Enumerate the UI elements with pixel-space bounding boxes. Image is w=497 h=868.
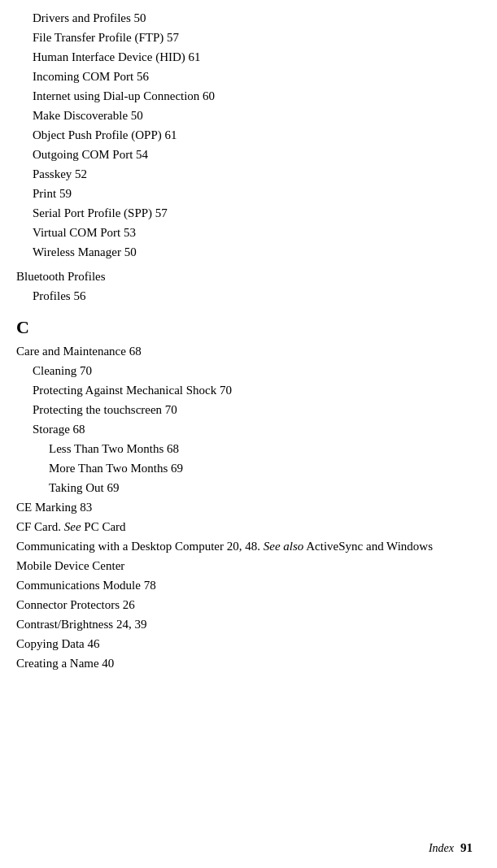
list-item: CE Marking 83 [16,497,473,517]
list-item: Print 59 [16,184,473,203]
list-item: Creating a Name 40 [16,653,473,673]
list-item: Serial Port Profile (SPP) 57 [16,203,473,223]
footer-page-number: 91 [460,841,473,855]
list-item: Virtual COM Port 53 [16,223,473,242]
list-item: Make Discoverable 50 [16,106,473,125]
bluetooth-profiles-section: Bluetooth Profiles Profiles 56 [16,267,473,306]
page-content: Drivers and Profiles 50 File Transfer Pr… [0,0,497,727]
list-item: Passkey 52 [16,164,473,184]
list-item: Protecting Against Mechanical Shock 70 [16,380,473,400]
list-item: Care and Maintenance 68 [16,341,473,361]
list-item: Storage 68 [16,419,473,439]
list-item: Profiles 56 [16,286,473,306]
list-item: Wireless Manager 50 [16,242,473,262]
list-item: Connector Protectors 26 [16,595,473,614]
list-item: Cleaning 70 [16,361,473,380]
section-c-letter: C [16,317,473,338]
list-item: Human Interface Device (HID) 61 [16,47,473,67]
list-item: Internet using Dial-up Connection 60 [16,86,473,106]
c-section-entries: Care and Maintenance 68 Cleaning 70 Prot… [16,341,473,673]
list-item: Communicating with a Desktop Computer 20… [16,536,473,575]
list-item: Object Push Profile (OPP) 61 [16,125,473,145]
list-item: Contrast/Brightness 24, 39 [16,614,473,634]
list-item: Communications Module 78 [16,575,473,595]
list-item: Drivers and Profiles 50 [16,8,473,28]
list-item: More Than Two Months 69 [16,458,473,478]
list-item: CF Card. See PC Card [16,517,473,536]
list-item: File Transfer Profile (FTP) 57 [16,28,473,47]
list-item: Less Than Two Months 68 [16,439,473,458]
page-footer: Index 91 [429,841,473,855]
list-item: Outgoing COM Port 54 [16,145,473,164]
bluetooth-profiles-header: Bluetooth Profiles [16,267,473,286]
list-item: Protecting the touchscreen 70 [16,400,473,419]
b-section-entries: Drivers and Profiles 50 File Transfer Pr… [16,8,473,262]
list-item: Incoming COM Port 56 [16,67,473,86]
footer-label: Index [429,842,454,855]
list-item: Copying Data 46 [16,634,473,653]
list-item: Taking Out 69 [16,478,473,497]
